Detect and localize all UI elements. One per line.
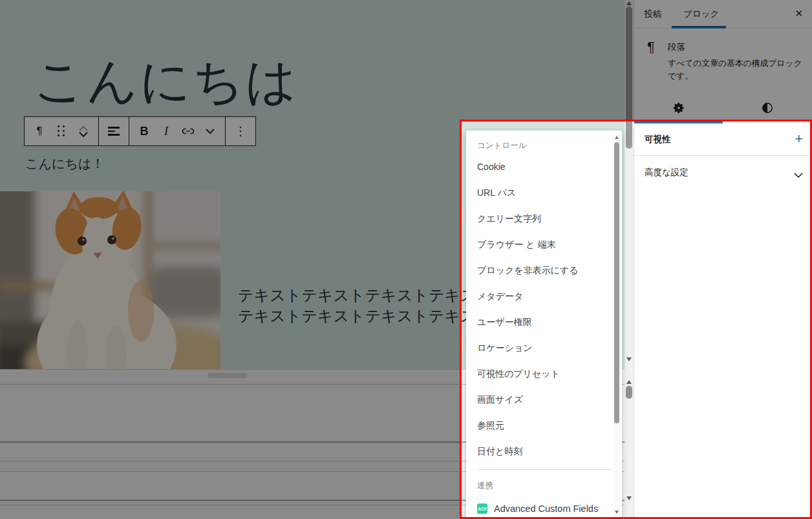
paragraph-block-icon[interactable]: ¶ — [28, 117, 50, 145]
dropdown-item-location[interactable]: ロケーション — [477, 335, 603, 361]
bold-button[interactable]: B — [133, 117, 155, 145]
block-card-description: すべての文章の基本の構成ブロックです。 — [668, 57, 804, 83]
toolbar-group-options: ⋮ — [226, 117, 255, 145]
dropdown-item-cookie[interactable]: Cookie — [477, 154, 603, 180]
dropdown-section-header-integrations: 連携 — [477, 470, 603, 494]
move-down-icon[interactable] — [79, 132, 88, 137]
scroll-up-arrow-icon[interactable] — [626, 1, 632, 5]
main-scrollbar-thumb[interactable] — [626, 6, 632, 149]
wordpress-editor-screenshot: こんにちは ¶ B I — [0, 0, 812, 519]
dropdown-item-query-string[interactable]: クエリー文字列 — [477, 206, 603, 231]
tab-styles[interactable] — [723, 93, 811, 123]
dropdown-item-referrer[interactable]: 参照元 — [477, 412, 603, 438]
scroll-down-arrow-icon[interactable] — [626, 357, 632, 361]
options-button[interactable]: ⋮ — [230, 117, 251, 145]
acf-label: Advanced Custom Fields — [494, 503, 598, 514]
dropdown-item-acf[interactable]: ACF Advanced Custom Fields — [477, 494, 603, 519]
paragraph-block[interactable]: こんにちは！ — [25, 155, 104, 173]
advanced-expand-button[interactable] — [794, 169, 803, 180]
italic-button[interactable]: I — [155, 117, 177, 145]
dropdown-item-metadata[interactable]: メタデータ — [477, 283, 603, 309]
sidebar-scrollbar-thumb[interactable] — [626, 386, 632, 399]
paragraph-icon: ¶ — [647, 39, 655, 56]
tab-post[interactable]: 投稿 — [644, 8, 661, 20]
link-button[interactable] — [177, 117, 199, 145]
block-card: ¶ 段落 すべての文章の基本の構成ブロックです。 — [634, 28, 812, 93]
block-card-title: 段落 — [668, 41, 685, 53]
tab-block[interactable]: ブロック — [683, 8, 719, 20]
panel-visibility: 可視性 + — [634, 123, 812, 156]
acf-icon: ACF — [477, 503, 487, 514]
gear-icon — [672, 101, 685, 114]
settings-styles-tabs — [634, 93, 812, 123]
sidebar-scroll-up-arrow-icon[interactable] — [626, 380, 632, 384]
sidebar-scroll-down-arrow-icon[interactable] — [626, 496, 632, 500]
link-icon — [182, 127, 195, 135]
visibility-controls-dropdown: コントロール Cookie URL パス クエリー文字列 ブラウザー と 端末 … — [466, 131, 622, 519]
dropdown-item-visibility-preset[interactable]: 可視性のプリセット — [477, 361, 603, 387]
add-control-button[interactable]: + — [795, 131, 803, 147]
settings-sidebar: 投稿 ブロック ✕ ¶ 段落 すべての文章の基本の構成ブロックです。 — [634, 0, 812, 519]
toolbar-group-align — [99, 117, 129, 145]
dropdown-item-screen-size[interactable]: 画面サイズ — [477, 387, 603, 412]
move-up-icon[interactable] — [79, 126, 88, 131]
dropdown-item-browser-device[interactable]: ブラウザー と 端末 — [477, 231, 603, 257]
dropdown-section-header: コントロール — [477, 134, 603, 154]
chevron-down-icon — [794, 173, 803, 178]
toolbar-group-format: B I — [129, 117, 226, 145]
dropdown-scrollbar-thumb[interactable] — [614, 142, 619, 423]
dropdown-item-hide-block[interactable]: ブロックを非表示にする — [477, 257, 603, 283]
close-icon[interactable]: ✕ — [795, 8, 803, 19]
chevron-down-icon — [206, 129, 215, 134]
sidebar-tabs: 投稿 ブロック ✕ — [634, 0, 812, 28]
dropdown-scrollbar[interactable] — [613, 132, 621, 518]
dropdown-list: コントロール Cookie URL パス クエリー文字列 ブラウザー と 端末 … — [466, 131, 622, 519]
drag-handle-icon[interactable] — [50, 117, 72, 145]
visibility-panel-label: 可視性 — [645, 134, 671, 145]
dropdown-item-url-path[interactable]: URL パス — [477, 180, 603, 206]
dropdown-item-datetime[interactable]: 日付と時刻 — [477, 438, 603, 464]
drag-dots-icon — [58, 125, 65, 137]
dropdown-scroll-up-icon[interactable] — [615, 136, 619, 139]
tab-settings[interactable] — [634, 93, 723, 123]
block-toolbar: ¶ B I — [24, 116, 256, 146]
styles-half-circle-icon — [762, 102, 773, 114]
align-left-icon — [108, 127, 120, 136]
main-scrollbar[interactable] — [625, 0, 634, 519]
more-formats-button[interactable] — [199, 117, 221, 145]
align-left-button[interactable] — [103, 117, 125, 145]
post-title[interactable]: こんにちは — [34, 48, 298, 116]
block-resize-handle[interactable] — [208, 373, 248, 378]
dropdown-item-user-role[interactable]: ユーザー権限 — [477, 309, 603, 335]
block-mover[interactable] — [72, 117, 94, 145]
toolbar-group-block: ¶ — [25, 117, 99, 145]
dropdown-scroll-down-icon[interactable] — [615, 511, 619, 514]
advanced-panel-label: 高度な設定 — [645, 167, 689, 178]
cat-photo — [0, 191, 220, 369]
media-text-image[interactable] — [0, 191, 220, 369]
panel-advanced: 高度な設定 — [634, 156, 812, 189]
